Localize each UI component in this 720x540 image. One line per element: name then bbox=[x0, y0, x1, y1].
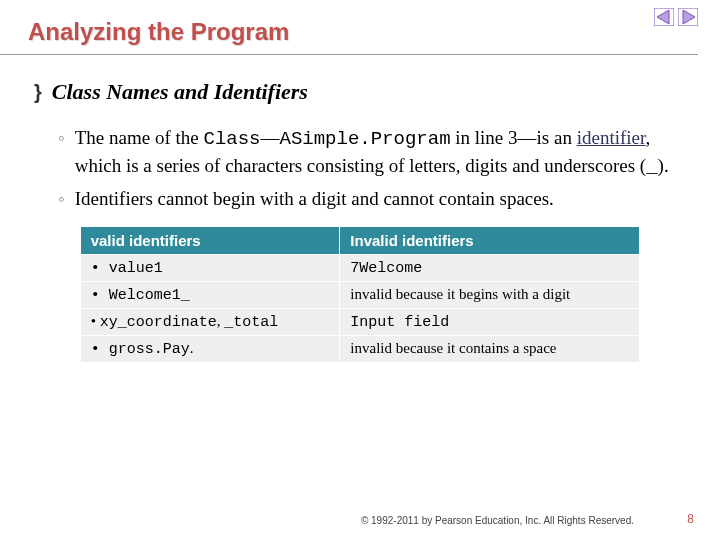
table-row: value1 7Welcome bbox=[80, 254, 640, 281]
identifiers-table: valid identifiers Invalid identifiers va… bbox=[80, 226, 641, 363]
nav-arrows bbox=[654, 8, 698, 26]
bullet-icon: } bbox=[34, 82, 42, 102]
content-area: } Class Names and Identifiers ◦ The name… bbox=[0, 55, 720, 363]
bullet-item: ◦ The name of the Class—ASimple.Program … bbox=[58, 125, 686, 180]
table-row: gross.Pay. invalid because it contains a… bbox=[80, 335, 640, 362]
svg-marker-3 bbox=[683, 10, 695, 24]
page-number: 8 bbox=[687, 512, 694, 526]
table-row: xy_coordinate, _total Input field bbox=[80, 308, 640, 335]
page-title: Analyzing the Program bbox=[0, 0, 698, 55]
bullet-item: ◦ Identifiers cannot begin with a digit … bbox=[58, 186, 686, 212]
copyright-text: © 1992-2011 by Pearson Education, Inc. A… bbox=[361, 515, 634, 526]
svg-marker-1 bbox=[657, 10, 669, 24]
prev-icon[interactable] bbox=[654, 8, 674, 26]
table-row: Welcome1_ invalid because it begins with… bbox=[80, 281, 640, 308]
section-heading: Class Names and Identifiers bbox=[52, 79, 308, 105]
bullet-text: Identifiers cannot begin with a digit an… bbox=[75, 186, 686, 212]
next-icon[interactable] bbox=[678, 8, 698, 26]
table-header: valid identifiers bbox=[80, 226, 340, 254]
identifier-link: identifier bbox=[577, 127, 646, 148]
bullet-text: The name of the Class—ASimple.Program in… bbox=[75, 125, 686, 180]
sub-bullet-icon: ◦ bbox=[58, 125, 65, 180]
sub-bullet-icon: ◦ bbox=[58, 186, 65, 212]
table-header: Invalid identifiers bbox=[340, 226, 640, 254]
